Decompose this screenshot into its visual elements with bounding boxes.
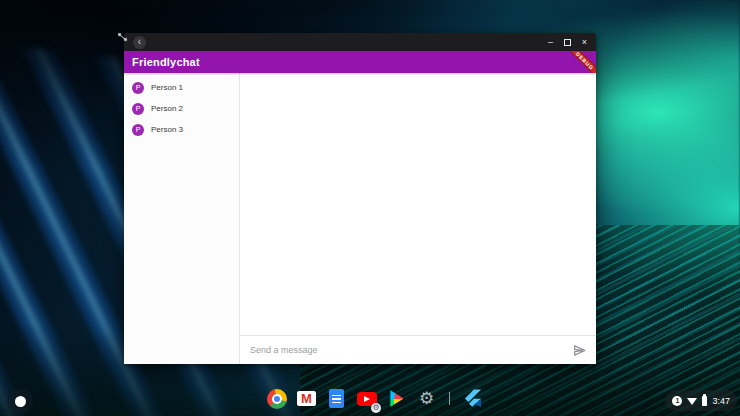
close-button[interactable]: × — [580, 38, 589, 47]
person-name: Person 3 — [151, 125, 183, 134]
cursor-icon — [118, 29, 128, 39]
list-item-person-1[interactable]: P Person 1 — [124, 77, 239, 98]
minimize-button[interactable]: – — [546, 38, 555, 47]
docs-app-button[interactable] — [326, 388, 347, 409]
gmail-icon: M — [297, 391, 316, 406]
docs-icon — [329, 389, 344, 408]
friendlychat-window: ‹ – × Friendlychat DEBUG P Person 1 P Pe… — [124, 33, 596, 364]
settings-app-button[interactable]: ⚙ — [416, 388, 437, 409]
person-name: Person 2 — [151, 104, 183, 113]
battery-icon — [702, 396, 707, 406]
message-composer — [240, 335, 596, 364]
send-icon[interactable] — [572, 343, 586, 357]
shelf-separator — [449, 392, 450, 405]
maximize-button[interactable] — [564, 39, 571, 46]
launcher-icon — [15, 396, 26, 407]
window-body: P Person 1 P Person 2 P Person 3 — [124, 73, 596, 364]
avatar: P — [132, 103, 144, 115]
back-button[interactable]: ‹ — [133, 36, 146, 49]
debug-banner: DEBUG — [569, 51, 596, 73]
chat-area — [240, 73, 596, 364]
avatar: P — [132, 82, 144, 94]
play-store-icon — [388, 390, 406, 408]
chrome-icon — [267, 389, 287, 409]
window-controls: – × — [546, 38, 589, 47]
settings-gear-icon: ⚙ — [419, 390, 434, 407]
message-list — [240, 73, 596, 335]
system-tray[interactable]: 1 3:47 — [665, 390, 737, 411]
wifi-icon — [687, 398, 697, 405]
chrome-app-button[interactable] — [266, 388, 287, 409]
shelf-app-icons: M ⚙ ⚙ — [266, 388, 483, 409]
flutter-icon — [463, 389, 482, 408]
play-store-app-button[interactable] — [386, 388, 407, 409]
person-name: Person 1 — [151, 83, 183, 92]
avatar: P — [132, 124, 144, 136]
people-sidebar: P Person 1 P Person 2 P Person 3 — [124, 73, 240, 364]
clock: 3:47 — [712, 396, 730, 406]
app-title: Friendlychat — [132, 56, 200, 68]
youtube-settings-badge-icon: ⚙ — [371, 403, 381, 413]
list-item-person-2[interactable]: P Person 2 — [124, 98, 239, 119]
message-input[interactable] — [250, 345, 564, 355]
app-bar: Friendlychat DEBUG — [124, 51, 596, 73]
gmail-app-button[interactable]: M — [296, 388, 317, 409]
debug-banner-ribbon: DEBUG — [569, 51, 596, 73]
flutter-app-button[interactable] — [462, 388, 483, 409]
notification-count-icon: 1 — [672, 396, 682, 406]
window-titlebar: ‹ – × — [124, 33, 596, 51]
youtube-app-button[interactable]: ⚙ — [356, 388, 377, 409]
launcher-button[interactable] — [7, 388, 33, 414]
list-item-person-3[interactable]: P Person 3 — [124, 119, 239, 140]
